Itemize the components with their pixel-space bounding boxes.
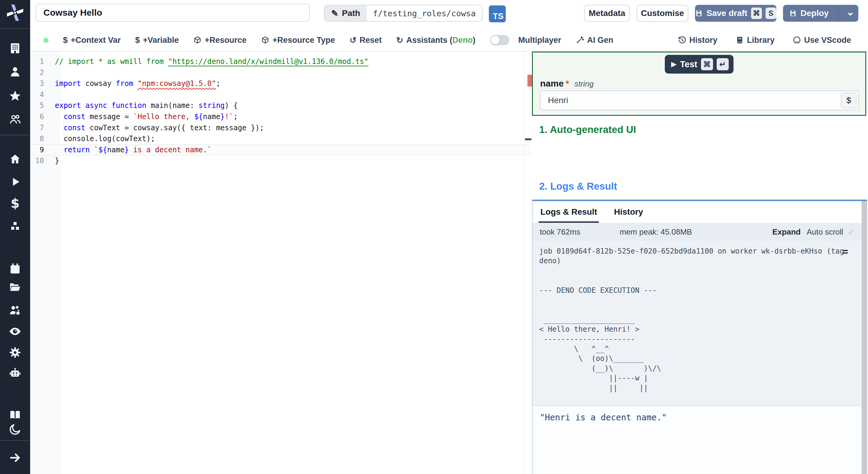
code-text: const cowText = cowsay.say({ text: messa… xyxy=(53,122,264,134)
code-line[interactable]: 10} xyxy=(30,155,531,167)
deploy-dropdown-button[interactable]: ⌄ xyxy=(842,5,858,22)
tab-logs-result[interactable]: Logs & Result xyxy=(540,201,597,223)
code-line[interactable]: 8 console.log(cowText); xyxy=(30,133,531,144)
sidebar-item-users-gear[interactable] xyxy=(9,304,22,317)
multiplayer-toggle[interactable] xyxy=(490,35,509,45)
section-logs-result: 2. Logs & Result xyxy=(539,181,617,192)
metadata-button[interactable]: Metadata xyxy=(584,5,630,22)
add-resource-type-button[interactable]: +Resource Type xyxy=(261,36,335,45)
reset-button[interactable]: ↺ Reset xyxy=(349,35,381,45)
code-line[interactable]: 3import cowsay from "npm:cowsay@1.5.0"; xyxy=(30,78,531,89)
line-number: 3 xyxy=(30,78,53,89)
code-text: const message = `Hello there, ${name}!`; xyxy=(53,111,238,122)
code-text: import cowsay from "npm:cowsay@1.5.0"; xyxy=(53,78,220,89)
sidebar-item-calendar[interactable] xyxy=(9,263,22,275)
editor-toolbar: $ +Context Var $ +Variable +Resource +Re… xyxy=(30,29,868,52)
eye-icon xyxy=(9,325,22,338)
users-gear-icon xyxy=(9,304,22,317)
sidebar-item-users[interactable] xyxy=(9,113,22,126)
path-label: ✎ Path xyxy=(324,5,367,21)
code-line[interactable]: 6 const message = `Hello there, ${name}!… xyxy=(30,111,531,122)
sidebar-item-play[interactable] xyxy=(9,176,22,188)
log-output[interactable]: job 0189d64f-812b-525e-f020-652bd9da1100… xyxy=(532,241,867,405)
argument-input[interactable] xyxy=(540,90,859,110)
code-editor[interactable]: 1// import * as wmill from "https://deno… xyxy=(30,52,531,474)
history-button[interactable]: History xyxy=(678,36,717,45)
sidebar-divider xyxy=(0,135,30,136)
script-title-input[interactable] xyxy=(36,4,310,22)
enter-key-badge: ↵ xyxy=(717,58,729,70)
line-number: 6 xyxy=(30,111,53,122)
code-text xyxy=(53,89,55,100)
pencil-icon: ✎ xyxy=(331,8,338,19)
error-marker xyxy=(527,75,532,87)
logs-scrollbar[interactable] xyxy=(862,201,867,474)
autoscroll-label[interactable]: Auto scroll xyxy=(807,227,843,237)
sidebar-item-gear[interactable] xyxy=(9,346,22,359)
code-line[interactable]: 5export async function main(name: string… xyxy=(30,100,531,111)
argument-label-row: name* string xyxy=(540,79,594,89)
assistants-button[interactable]: ↻ Assistants (Deno) xyxy=(396,35,475,45)
code-line[interactable]: 9 return `${name} is a decent name.` xyxy=(30,144,531,156)
deploy-button[interactable]: Deploy ⌄ xyxy=(783,5,858,22)
sidebar-item-arrow-right[interactable] xyxy=(9,451,22,464)
test-button[interactable]: ▶ Test ⌘ ↵ xyxy=(664,55,733,73)
github-icon xyxy=(793,36,801,44)
use-vscode-button[interactable]: Use VScode xyxy=(793,36,851,45)
sidebar-item-book-open[interactable] xyxy=(9,409,22,421)
run-stats-bar: took 762ms mem peak: 45.08MB Expand Auto… xyxy=(532,223,867,241)
add-variable-button[interactable]: $ +Variable xyxy=(135,35,179,45)
path-button[interactable]: ✎ Path f/testing_roles/cowsa xyxy=(324,5,483,22)
cube-icon xyxy=(193,36,202,44)
overview-ruler xyxy=(524,52,525,474)
sidebar-item-dollar[interactable] xyxy=(9,197,22,210)
duration-stat: took 762ms xyxy=(540,227,620,237)
building-icon xyxy=(9,42,22,55)
sidebar-item-eye[interactable] xyxy=(9,325,22,338)
sidebar-item-star[interactable] xyxy=(9,90,22,102)
code-text: return `${name} is a decent name.` xyxy=(53,144,212,156)
code-line[interactable]: 2 xyxy=(30,67,531,79)
dollar-icon: $ xyxy=(135,35,140,45)
sidebar-item-building[interactable] xyxy=(9,42,22,55)
sidebar-divider xyxy=(0,440,30,441)
add-context-var-button[interactable]: $ +Context Var xyxy=(63,35,121,45)
assistant-language: Deno xyxy=(453,36,473,45)
sidebar-item-user[interactable] xyxy=(9,65,22,78)
sidebar-item-folder-open[interactable] xyxy=(9,280,22,293)
play-icon xyxy=(9,176,22,188)
sidebar-item-moon[interactable] xyxy=(9,423,22,436)
undo-icon: ↺ xyxy=(349,35,356,45)
user-icon xyxy=(9,65,22,78)
customise-button[interactable]: Customise xyxy=(637,5,688,22)
code-line[interactable]: 4 xyxy=(30,89,531,100)
add-resource-button[interactable]: +Resource xyxy=(193,36,247,45)
library-button[interactable]: Library xyxy=(735,36,775,45)
code-line[interactable]: 7 const cowText = cowsay.say({ text: mes… xyxy=(30,122,531,134)
result-output[interactable]: "Henri is a decent name." xyxy=(532,405,867,474)
ai-gen-button[interactable]: AI Gen xyxy=(576,36,613,45)
sidebar-item-cubes[interactable] xyxy=(9,220,22,233)
variable-picker-button[interactable]: $ xyxy=(841,93,857,108)
line-number: 8 xyxy=(30,133,53,144)
check-icon[interactable]: ✓ xyxy=(847,227,855,237)
cursor-position-marker xyxy=(525,139,531,140)
code-text: console.log(cowText); xyxy=(53,133,155,144)
calendar-icon xyxy=(9,263,22,275)
result-text: "Henri is a decent name." xyxy=(532,406,867,429)
argument-type: string xyxy=(575,79,594,89)
code-text: // import * as wmill from "https://deno.… xyxy=(53,56,368,67)
expand-button[interactable]: Expand xyxy=(772,227,801,237)
multiplayer-label[interactable]: Multiplayer xyxy=(518,36,561,45)
cube-icon xyxy=(261,36,270,44)
line-number: 5 xyxy=(30,100,53,111)
sidebar-item-robot[interactable] xyxy=(9,367,22,379)
sidebar-item-home[interactable] xyxy=(9,153,22,166)
windmill-logo-icon[interactable] xyxy=(6,4,24,22)
save-draft-button[interactable]: Save draft ⌘ S xyxy=(695,5,776,22)
code-line[interactable]: 1// import * as wmill from "https://deno… xyxy=(30,56,531,67)
log-lines-icon[interactable] xyxy=(843,250,848,255)
required-asterisk: * xyxy=(565,79,569,89)
code-text: export async function main(name: string)… xyxy=(53,100,238,111)
tab-history[interactable]: History xyxy=(614,201,643,223)
